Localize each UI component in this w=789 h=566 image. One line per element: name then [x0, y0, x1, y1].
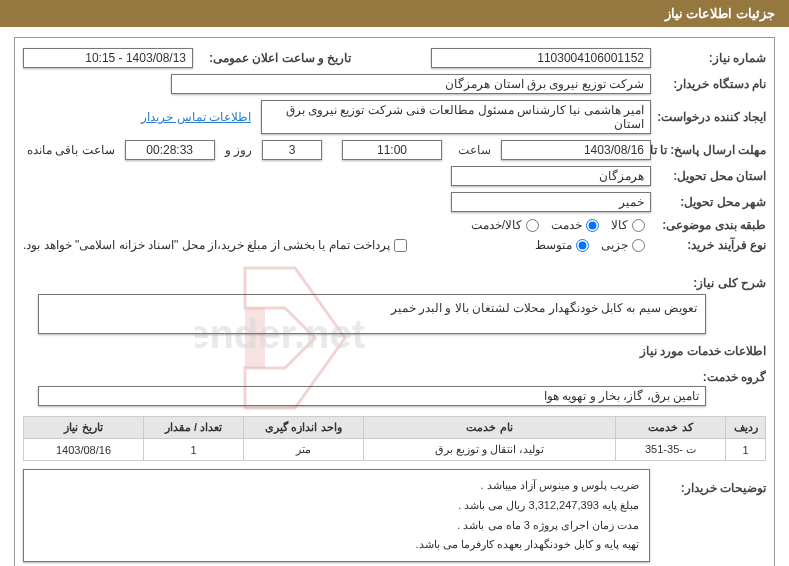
radio-goods[interactable]: کالا: [611, 218, 645, 232]
buyer-desc-label: توضیحات خریدار:: [656, 481, 766, 495]
buyer-notes-box: ضریب پلوس و مینوس آزاد میباشد .مبلغ پایه…: [23, 469, 650, 562]
summary-text: تعویض سیم به کابل خودنگهدار محلات لشتغان…: [391, 301, 697, 315]
deadline-label: مهلت ارسال پاسخ: تا تاریخ:: [651, 142, 766, 159]
contact-buyer-link[interactable]: اطلاعات تماس خریدار: [141, 110, 251, 124]
radio-both[interactable]: کالا/خدمت: [471, 218, 539, 232]
countdown-field: 00:28:33: [125, 140, 215, 160]
cell-need_date: 1403/08/16: [24, 439, 144, 461]
buyer-note-line: تهیه پایه و کابل خودنگهدار بعهده کارفرما…: [34, 535, 639, 555]
th-row: ردیف: [726, 417, 766, 439]
requester-label: ایجاد کننده درخواست:: [651, 110, 766, 124]
cell-code: ت -35-351: [616, 439, 726, 461]
radio-medium[interactable]: متوسط: [535, 238, 589, 252]
radio-goods-input[interactable]: [632, 219, 645, 232]
summary-box: تعویض سیم به کابل خودنگهدار محلات لشتغان…: [38, 294, 706, 334]
service-group-field: تامین برق، گاز، بخار و تهویه هوا: [38, 386, 706, 406]
deadline-time-field: 11:00: [342, 140, 442, 160]
payment-checkbox-input[interactable]: [394, 239, 407, 252]
payment-checkbox[interactable]: پرداخت تمام یا بخشی از مبلغ خرید،از محل …: [23, 238, 407, 252]
cell-qty: 1: [144, 439, 244, 461]
th-need-date: تاریخ نیاز: [24, 417, 144, 439]
table-row: 1ت -35-351تولید، انتقال و توزیع برقمتر11…: [24, 439, 766, 461]
buyer-note-line: مدت زمان اجرای پروژه 3 ماه می باشد .: [34, 516, 639, 536]
days-count-field: 3: [262, 140, 322, 160]
th-name: نام خدمت: [364, 417, 616, 439]
services-section-title: اطلاعات خدمات مورد نیاز: [23, 344, 766, 358]
page-header: جزئیات اطلاعات نیاز: [0, 0, 789, 27]
services-table: ردیف کد خدمت نام خدمت واحد اندازه گیری ت…: [23, 416, 766, 461]
radio-medium-input[interactable]: [576, 239, 589, 252]
summary-label: شرح کلی نیاز:: [687, 276, 766, 290]
remaining-label: ساعت باقی مانده: [27, 143, 115, 157]
announce-field: 1403/08/13 - 10:15: [23, 48, 193, 68]
th-code: کد خدمت: [616, 417, 726, 439]
cell-unit: متر: [244, 439, 364, 461]
time-label: ساعت: [452, 143, 491, 157]
th-unit: واحد اندازه گیری: [244, 417, 364, 439]
need-number-label: شماره نیاز:: [651, 51, 766, 65]
buyer-note-line: مبلغ پایه 3,312,247,393 ریال می باشد .: [34, 496, 639, 516]
cell-row: 1: [726, 439, 766, 461]
province-label: استان محل تحویل:: [651, 169, 766, 183]
service-group-label: گروه خدمت:: [697, 370, 766, 384]
main-panel: AriaTender.net شماره نیاز: 1103004106001…: [14, 37, 775, 566]
radio-service[interactable]: خدمت: [551, 218, 599, 232]
province-field: هرمزگان: [451, 166, 651, 186]
th-qty: تعداد / مقدار: [144, 417, 244, 439]
category-label: طبقه بندی موضوعی:: [651, 218, 766, 232]
process-label: نوع فرآیند خرید:: [651, 238, 766, 252]
radio-service-input[interactable]: [586, 219, 599, 232]
city-label: شهر محل تحویل:: [651, 195, 766, 209]
buyer-org-field: شرکت توزیع نیروی برق استان هرمزگان: [171, 74, 651, 94]
announce-label: تاریخ و ساعت اعلان عمومی:: [203, 51, 351, 65]
cell-name: تولید، انتقال و توزیع برق: [364, 439, 616, 461]
radio-both-input[interactable]: [526, 219, 539, 232]
radio-minor[interactable]: جزیی: [601, 238, 645, 252]
buyer-org-label: نام دستگاه خریدار:: [651, 77, 766, 91]
requester-field: امیر هاشمی نیا کارشناس مسئول مطالعات فنی…: [261, 100, 651, 134]
city-field: خمیر: [451, 192, 651, 212]
days-and-label: روز و: [225, 143, 252, 157]
radio-minor-input[interactable]: [632, 239, 645, 252]
buyer-note-line: ضریب پلوس و مینوس آزاد میباشد .: [34, 476, 639, 496]
need-number-field: 1103004106001152: [431, 48, 651, 68]
page-title: جزئیات اطلاعات نیاز: [665, 6, 775, 21]
deadline-date-field: 1403/08/16: [501, 140, 651, 160]
